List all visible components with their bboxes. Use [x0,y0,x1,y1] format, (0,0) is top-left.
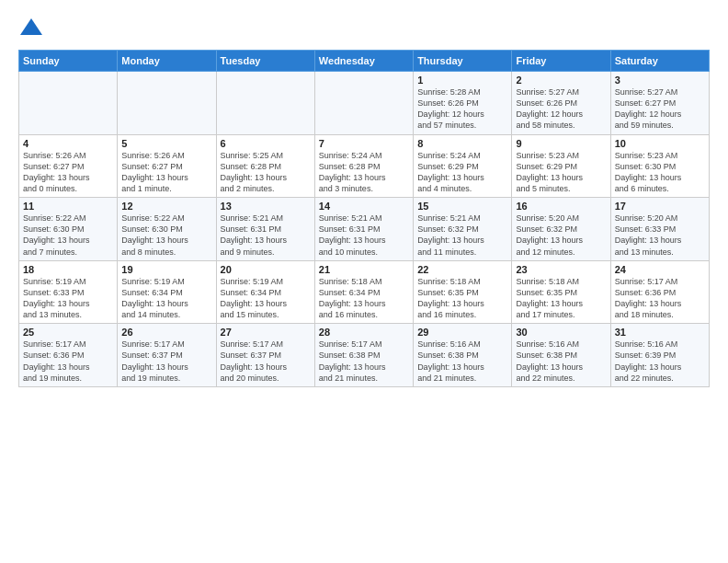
calendar-cell: 25Sunrise: 5:17 AM Sunset: 6:36 PM Dayli… [19,324,118,387]
day-number: 17 [615,201,705,212]
day-info: Sunrise: 5:17 AM Sunset: 6:36 PM Dayligh… [615,276,705,321]
weekday-header-monday: Monday [118,51,216,72]
calendar-cell: 8Sunrise: 5:24 AM Sunset: 6:29 PM Daylig… [414,134,512,198]
day-info: Sunrise: 5:19 AM Sunset: 6:34 PM Dayligh… [221,276,311,321]
day-info: Sunrise: 5:20 AM Sunset: 6:32 PM Dayligh… [516,213,606,258]
day-number: 25 [23,327,113,338]
page: SundayMondayTuesdayWednesdayThursdayFrid… [0,0,728,563]
day-info: Sunrise: 5:17 AM Sunset: 6:38 PM Dayligh… [319,339,409,384]
day-info: Sunrise: 5:22 AM Sunset: 6:30 PM Dayligh… [23,213,113,258]
calendar-cell: 3Sunrise: 5:27 AM Sunset: 6:27 PM Daylig… [610,72,709,135]
weekday-header-thursday: Thursday [414,51,512,72]
calendar-week-row: 18Sunrise: 5:19 AM Sunset: 6:33 PM Dayli… [19,260,710,324]
day-number: 29 [417,327,507,338]
calendar-cell: 23Sunrise: 5:18 AM Sunset: 6:35 PM Dayli… [512,260,610,324]
day-info: Sunrise: 5:20 AM Sunset: 6:33 PM Dayligh… [615,213,705,258]
calendar-cell: 18Sunrise: 5:19 AM Sunset: 6:33 PM Dayli… [19,260,118,324]
calendar-cell: 14Sunrise: 5:21 AM Sunset: 6:31 PM Dayli… [314,198,413,261]
day-number: 28 [319,327,409,338]
day-info: Sunrise: 5:23 AM Sunset: 6:30 PM Dayligh… [615,150,705,195]
day-number: 16 [516,201,606,212]
weekday-header-friday: Friday [512,51,610,72]
calendar-cell: 29Sunrise: 5:16 AM Sunset: 6:38 PM Dayli… [414,324,512,387]
weekday-header-saturday: Saturday [610,51,709,72]
calendar-cell: 24Sunrise: 5:17 AM Sunset: 6:36 PM Dayli… [610,260,709,324]
day-info: Sunrise: 5:17 AM Sunset: 6:37 PM Dayligh… [221,339,311,384]
day-number: 13 [221,201,311,212]
calendar-cell: 22Sunrise: 5:18 AM Sunset: 6:35 PM Dayli… [414,260,512,324]
day-number: 14 [319,201,409,212]
day-info: Sunrise: 5:25 AM Sunset: 6:28 PM Dayligh… [221,150,311,195]
calendar-week-row: 1Sunrise: 5:28 AM Sunset: 6:26 PM Daylig… [19,72,710,135]
day-number: 12 [121,201,211,212]
calendar-week-row: 25Sunrise: 5:17 AM Sunset: 6:36 PM Dayli… [19,324,710,387]
calendar-cell: 6Sunrise: 5:25 AM Sunset: 6:28 PM Daylig… [216,134,314,198]
calendar-cell [216,72,314,135]
day-number: 1 [417,75,507,86]
calendar-week-row: 11Sunrise: 5:22 AM Sunset: 6:30 PM Dayli… [19,198,710,261]
calendar-cell: 11Sunrise: 5:22 AM Sunset: 6:30 PM Dayli… [19,198,118,261]
weekday-header-sunday: Sunday [19,51,118,72]
day-info: Sunrise: 5:18 AM Sunset: 6:34 PM Dayligh… [319,276,409,321]
weekday-header-tuesday: Tuesday [216,51,314,72]
day-info: Sunrise: 5:19 AM Sunset: 6:33 PM Dayligh… [23,276,113,321]
day-number: 26 [121,327,211,338]
day-info: Sunrise: 5:22 AM Sunset: 6:30 PM Dayligh… [121,213,211,258]
day-info: Sunrise: 5:24 AM Sunset: 6:29 PM Dayligh… [417,150,507,195]
day-info: Sunrise: 5:17 AM Sunset: 6:37 PM Dayligh… [121,339,211,384]
day-info: Sunrise: 5:21 AM Sunset: 6:31 PM Dayligh… [319,213,409,258]
calendar-cell: 27Sunrise: 5:17 AM Sunset: 6:37 PM Dayli… [216,324,314,387]
day-number: 10 [615,138,705,149]
day-number: 6 [221,138,311,149]
day-number: 4 [23,138,113,149]
day-number: 3 [615,75,705,86]
day-info: Sunrise: 5:17 AM Sunset: 6:36 PM Dayligh… [23,339,113,384]
day-info: Sunrise: 5:23 AM Sunset: 6:29 PM Dayligh… [516,150,606,195]
day-info: Sunrise: 5:21 AM Sunset: 6:31 PM Dayligh… [221,213,311,258]
weekday-header-row: SundayMondayTuesdayWednesdayThursdayFrid… [19,51,710,72]
calendar-cell: 12Sunrise: 5:22 AM Sunset: 6:30 PM Dayli… [118,198,216,261]
day-number: 18 [23,264,113,275]
day-number: 7 [319,138,409,149]
day-number: 24 [615,264,705,275]
day-info: Sunrise: 5:18 AM Sunset: 6:35 PM Dayligh… [417,276,507,321]
calendar-cell: 15Sunrise: 5:21 AM Sunset: 6:32 PM Dayli… [414,198,512,261]
calendar-cell [314,72,413,135]
day-info: Sunrise: 5:26 AM Sunset: 6:27 PM Dayligh… [23,150,113,195]
day-number: 21 [319,264,409,275]
day-info: Sunrise: 5:24 AM Sunset: 6:28 PM Dayligh… [319,150,409,195]
day-info: Sunrise: 5:21 AM Sunset: 6:32 PM Dayligh… [417,213,507,258]
day-info: Sunrise: 5:16 AM Sunset: 6:39 PM Dayligh… [615,339,705,384]
calendar-cell: 7Sunrise: 5:24 AM Sunset: 6:28 PM Daylig… [314,134,413,198]
calendar-cell: 31Sunrise: 5:16 AM Sunset: 6:39 PM Dayli… [610,324,709,387]
day-info: Sunrise: 5:27 AM Sunset: 6:27 PM Dayligh… [615,86,705,132]
calendar-cell: 20Sunrise: 5:19 AM Sunset: 6:34 PM Dayli… [216,260,314,324]
day-number: 5 [121,138,211,149]
day-number: 11 [23,201,113,212]
weekday-header-wednesday: Wednesday [314,51,413,72]
calendar-cell: 9Sunrise: 5:23 AM Sunset: 6:29 PM Daylig… [512,134,610,198]
calendar-cell: 19Sunrise: 5:19 AM Sunset: 6:34 PM Dayli… [118,260,216,324]
calendar-cell: 16Sunrise: 5:20 AM Sunset: 6:32 PM Dayli… [512,198,610,261]
day-number: 19 [121,264,211,275]
calendar-cell: 1Sunrise: 5:28 AM Sunset: 6:26 PM Daylig… [414,72,512,135]
day-number: 23 [516,264,606,275]
day-info: Sunrise: 5:28 AM Sunset: 6:26 PM Dayligh… [417,86,507,132]
calendar-cell: 28Sunrise: 5:17 AM Sunset: 6:38 PM Dayli… [314,324,413,387]
calendar-cell: 26Sunrise: 5:17 AM Sunset: 6:37 PM Dayli… [118,324,216,387]
calendar-cell [19,72,118,135]
svg-rect-2 [26,28,37,33]
day-number: 9 [516,138,606,149]
day-number: 8 [417,138,507,149]
calendar-cell: 4Sunrise: 5:26 AM Sunset: 6:27 PM Daylig… [19,134,118,198]
calendar-cell: 17Sunrise: 5:20 AM Sunset: 6:33 PM Dayli… [610,198,709,261]
header [18,15,710,40]
day-number: 20 [221,264,311,275]
calendar-cell: 30Sunrise: 5:16 AM Sunset: 6:38 PM Dayli… [512,324,610,387]
day-info: Sunrise: 5:16 AM Sunset: 6:38 PM Dayligh… [417,339,507,384]
calendar-week-row: 4Sunrise: 5:26 AM Sunset: 6:27 PM Daylig… [19,134,710,198]
day-number: 22 [417,264,507,275]
calendar-table: SundayMondayTuesdayWednesdayThursdayFrid… [18,50,710,387]
calendar-cell: 10Sunrise: 5:23 AM Sunset: 6:30 PM Dayli… [610,134,709,198]
day-info: Sunrise: 5:26 AM Sunset: 6:27 PM Dayligh… [121,150,211,195]
